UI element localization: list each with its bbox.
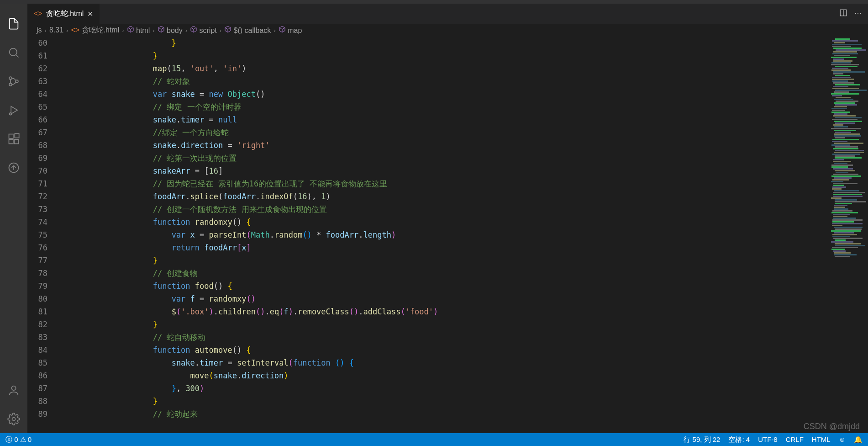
breadcrumb-item[interactable]: map bbox=[279, 26, 302, 35]
status-line-col[interactable]: 行 59, 列 22 bbox=[684, 435, 720, 444]
export-icon[interactable] bbox=[6, 159, 22, 175]
svg-point-13 bbox=[12, 417, 16, 420]
tab-filename: 贪吃蛇.html bbox=[46, 9, 84, 19]
breadcrumb-item[interactable]: script bbox=[190, 26, 217, 35]
breadcrumb-item[interactable]: html bbox=[127, 26, 150, 35]
breadcrumb-item[interactable]: $() callback bbox=[224, 26, 271, 35]
svg-rect-7 bbox=[9, 134, 13, 138]
breadcrumb-item[interactable]: 8.31 bbox=[49, 26, 63, 34]
close-icon[interactable]: ✕ bbox=[87, 10, 93, 18]
svg-point-6 bbox=[10, 112, 12, 115]
status-feedback-icon[interactable]: ☺ bbox=[839, 435, 846, 444]
status-bar: ⓧ 0 ⚠ 0 行 59, 列 22 空格: 4 UTF-8 CRLF HTML… bbox=[0, 433, 868, 446]
svg-rect-8 bbox=[9, 139, 13, 143]
svg-marker-5 bbox=[11, 106, 17, 113]
account-icon[interactable] bbox=[6, 382, 22, 398]
status-errors[interactable]: ⓧ 0 ⚠ 0 bbox=[5, 435, 32, 444]
svg-rect-10 bbox=[15, 133, 19, 138]
settings-icon[interactable] bbox=[6, 411, 22, 427]
breadcrumb[interactable]: js›8.31›<> 贪吃蛇.html› html› body› script›… bbox=[27, 24, 868, 37]
svg-point-0 bbox=[10, 48, 17, 55]
status-lang[interactable]: HTML bbox=[812, 435, 831, 444]
source-control-icon[interactable] bbox=[6, 73, 22, 89]
breadcrumb-item[interactable]: <> 贪吃蛇.html bbox=[71, 26, 119, 35]
svg-point-2 bbox=[9, 77, 12, 80]
title-bar bbox=[0, 0, 868, 4]
tab-file[interactable]: <> 贪吃蛇.html ✕ bbox=[27, 4, 100, 24]
search-icon[interactable] bbox=[6, 44, 22, 60]
line-numbers: 6061626364656667686970717273747576777879… bbox=[27, 37, 59, 433]
tab-bar: <> 贪吃蛇.html ✕ ⋯ bbox=[27, 4, 868, 24]
split-editor-icon[interactable] bbox=[839, 9, 847, 19]
breadcrumb-item[interactable]: body bbox=[158, 26, 183, 35]
status-eol[interactable]: CRLF bbox=[786, 435, 804, 444]
status-spaces[interactable]: 空格: 4 bbox=[728, 435, 750, 444]
code-content[interactable]: } } map(15, 'out', 'in') // 蛇对象 var snak… bbox=[59, 37, 829, 433]
svg-point-4 bbox=[16, 80, 18, 83]
more-icon[interactable]: ⋯ bbox=[854, 9, 862, 19]
breadcrumb-item[interactable]: js bbox=[37, 26, 42, 34]
svg-line-1 bbox=[16, 54, 19, 57]
watermark: CSDN @dmjdd bbox=[804, 422, 860, 431]
debug-icon[interactable] bbox=[6, 102, 22, 118]
minimap[interactable] bbox=[829, 37, 868, 433]
svg-point-12 bbox=[11, 386, 16, 390]
svg-point-3 bbox=[9, 83, 12, 86]
explorer-icon[interactable] bbox=[6, 16, 22, 32]
status-encoding[interactable]: UTF-8 bbox=[758, 435, 778, 444]
editor[interactable]: 6061626364656667686970717273747576777879… bbox=[27, 37, 868, 433]
activity-bar bbox=[0, 4, 27, 433]
html-file-icon: <> bbox=[34, 10, 42, 18]
svg-rect-9 bbox=[14, 139, 18, 143]
status-bell-icon[interactable]: 🔔 bbox=[854, 435, 863, 444]
extensions-icon[interactable] bbox=[6, 131, 22, 147]
